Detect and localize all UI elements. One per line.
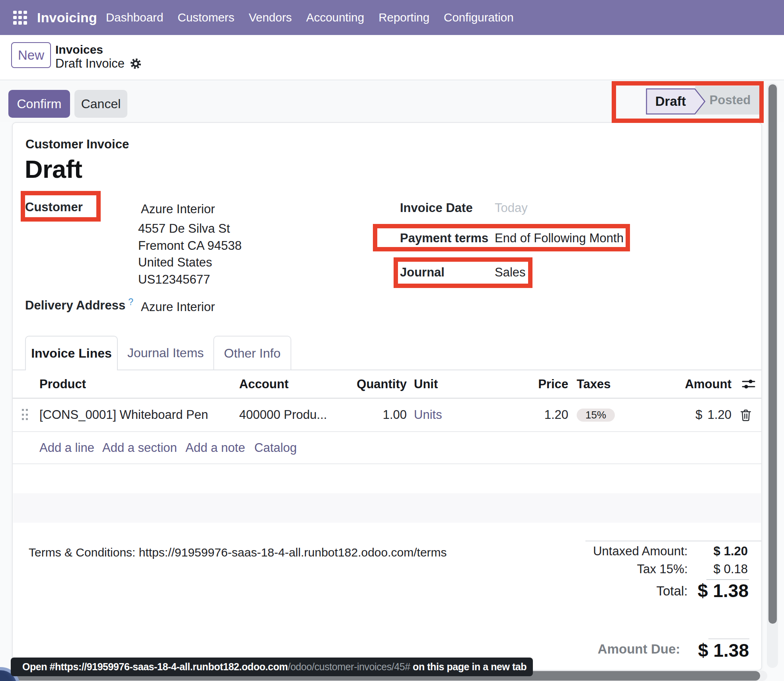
customer-address: 4557 De Silva St Fremont CA 94538 United… <box>138 220 242 288</box>
app-name[interactable]: Invoicing <box>37 10 97 25</box>
action-bar: Confirm Cancel Posted Draft <box>0 80 784 122</box>
untaxed-amount-label: Untaxed Amount: <box>593 544 688 559</box>
document-state-heading: Draft <box>25 155 82 183</box>
top-navbar: Invoicing Dashboard Customers Vendors Ac… <box>0 0 784 35</box>
invoice-date-input[interactable]: Today <box>495 200 528 216</box>
browser-status-tooltip: Open #https://91959976-saas-18-4-all.run… <box>11 658 533 676</box>
menu-item-customers[interactable]: Customers <box>177 11 234 24</box>
invoice-lines-header: Product Account Quantity Unit Price Taxe… <box>13 370 761 399</box>
delete-row-icon[interactable] <box>739 409 752 422</box>
row-quantity[interactable]: 1.00 <box>327 399 407 431</box>
delivery-address-label-text: Delivery Address <box>25 298 125 312</box>
tooltip-url-host: Open #https://91959976-saas-18-4-all.run… <box>22 661 288 673</box>
row-unit-link[interactable]: Units <box>414 408 442 422</box>
payment-terms-label: Payment terms <box>400 231 488 246</box>
total-divider <box>706 579 749 580</box>
row-product[interactable]: [CONS_0001] Whiteboard Pen <box>39 399 222 431</box>
tab-journal-items[interactable]: Journal Items <box>118 336 213 370</box>
drag-handle-icon[interactable] <box>22 409 28 421</box>
untaxed-amount-value: $ 1.20 <box>714 544 748 559</box>
breadcrumb-current: Draft Invoice <box>55 56 125 71</box>
journal-value[interactable]: Sales <box>495 265 526 280</box>
amount-due-label: Amount Due: <box>598 641 680 657</box>
odoo-invoicing-screen: Invoicing Dashboard Customers Vendors Ac… <box>0 0 784 681</box>
tax-badge[interactable]: 15% <box>577 409 615 422</box>
status-draft[interactable]: Draft <box>646 88 695 115</box>
apps-grid-icon[interactable] <box>13 11 27 25</box>
row-unit[interactable]: Units <box>414 399 478 431</box>
main-menu: Dashboard Customers Vendors Accounting R… <box>106 0 514 35</box>
row-amount-value: 1.20 <box>708 408 731 422</box>
tooltip-suffix: on this page in a new tab <box>410 661 527 673</box>
totals-divider <box>585 541 761 541</box>
menu-item-vendors[interactable]: Vendors <box>249 11 292 24</box>
status-posted[interactable]: Posted <box>710 93 751 107</box>
row-amount: $1.20 <box>634 399 731 431</box>
breadcrumb-invoices[interactable]: Invoices <box>55 43 103 56</box>
col-amount[interactable]: Amount <box>634 370 731 398</box>
menu-item-reporting[interactable]: Reporting <box>378 11 429 24</box>
tax-label: Tax 15%: <box>637 562 688 577</box>
invoice-date-label: Invoice Date <box>400 200 473 216</box>
address-line-vat: US12345677 <box>138 271 242 288</box>
help-question-icon[interactable]: ? <box>128 297 133 307</box>
tab-other-info[interactable]: Other Info <box>213 336 291 370</box>
address-line-city: Fremont CA 94538 <box>138 237 242 255</box>
menu-item-configuration[interactable]: Configuration <box>444 11 513 24</box>
tab-invoice-lines[interactable]: Invoice Lines <box>25 336 118 370</box>
add-note-link[interactable]: Add a note <box>185 440 245 455</box>
total-value: $ 1.38 <box>698 581 749 601</box>
empty-row-stripe <box>13 493 761 523</box>
vertical-scrollbar-thumb[interactable] <box>768 84 777 624</box>
col-quantity[interactable]: Quantity <box>327 370 407 398</box>
col-product[interactable]: Product <box>39 370 222 398</box>
delivery-address-value[interactable]: Azure Interior <box>141 300 215 315</box>
breadcrumb: Draft Invoice <box>55 56 141 71</box>
gear-icon[interactable] <box>130 58 141 69</box>
invoice-form-card: Customer Invoice Draft Customer Azure In… <box>12 122 762 671</box>
total-label: Total: <box>656 584 688 599</box>
address-line-country: United States <box>138 254 242 271</box>
document-type-label: Customer Invoice <box>25 137 129 152</box>
customer-label: Customer <box>25 200 83 215</box>
delivery-address-label: Delivery Address? <box>25 298 133 313</box>
tax-value: $ 0.18 <box>714 562 748 577</box>
line-actions: Add a line Add a section Add a note Cata… <box>13 432 761 464</box>
add-section-link[interactable]: Add a section <box>102 440 177 455</box>
customer-value[interactable]: Azure Interior <box>141 202 215 217</box>
col-unit[interactable]: Unit <box>414 370 478 398</box>
confirm-button[interactable]: Confirm <box>8 90 70 118</box>
journal-label: Journal <box>400 265 445 280</box>
new-button[interactable]: New <box>11 42 51 68</box>
amount-due-value: $ 1.38 <box>698 640 749 660</box>
payment-terms-value[interactable]: End of Following Month <box>495 231 624 246</box>
tab-divider <box>13 370 25 370</box>
table-row[interactable]: [CONS_0001] Whiteboard Pen 400000 Produ.… <box>13 399 761 432</box>
add-line-link[interactable]: Add a line <box>39 440 94 455</box>
optional-columns-icon[interactable] <box>742 378 755 390</box>
row-amount-currency: $ <box>695 408 702 422</box>
tooltip-url-path: /odoo/customer-invoices/45# <box>288 661 410 673</box>
col-price[interactable]: Price <box>489 370 568 398</box>
row-price[interactable]: 1.20 <box>489 399 568 431</box>
amount-due-divider <box>708 638 749 639</box>
terms-and-conditions[interactable]: Terms & Conditions: https://91959976-saa… <box>29 546 447 559</box>
menu-item-accounting[interactable]: Accounting <box>306 11 364 24</box>
tab-divider <box>118 370 761 370</box>
control-panel: New Invoices Draft Invoice <box>0 35 784 80</box>
address-line-street: 4557 De Silva St <box>138 220 242 237</box>
menu-item-dashboard[interactable]: Dashboard <box>106 11 163 24</box>
cancel-button[interactable]: Cancel <box>74 90 127 118</box>
catalog-link[interactable]: Catalog <box>254 440 297 455</box>
